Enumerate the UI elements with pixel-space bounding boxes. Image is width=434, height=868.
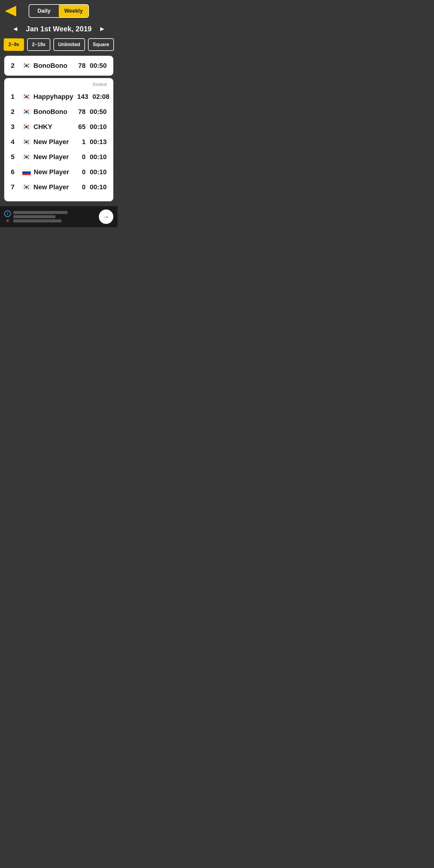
- player-time: 00:10: [89, 168, 107, 176]
- current-rank-score: 78: [73, 62, 86, 70]
- player-score: 0: [73, 168, 86, 176]
- back-button[interactable]: [5, 6, 18, 17]
- ad-bar-3: [13, 219, 61, 222]
- table-row: 3 🇰🇷 CHKY 65 00:10: [11, 119, 107, 134]
- player-flag: 🇰🇷: [22, 124, 30, 130]
- table-row: 2 🇰🇷 BonoBono 78 00:50: [11, 104, 107, 119]
- ad-banner: i ✕ →: [0, 206, 118, 227]
- next-date-button[interactable]: ►: [96, 24, 108, 34]
- table-row: 6 New Player 0 00:10: [11, 164, 107, 180]
- player-score: 143: [76, 93, 88, 101]
- filter-2-19x[interactable]: 2~19x: [27, 38, 50, 51]
- player-time: 02:08: [91, 93, 110, 101]
- player-name: New Player: [33, 183, 70, 191]
- player-score: 65: [73, 123, 86, 131]
- player-flag-russia: [22, 169, 31, 175]
- player-time: 00:10: [89, 123, 107, 131]
- rank-number: 1: [11, 93, 19, 101]
- player-name: Happyhappy: [33, 93, 73, 101]
- player-name: CHKY: [33, 123, 70, 131]
- player-score: 78: [73, 108, 86, 116]
- player-flag: 🇰🇷: [22, 93, 30, 100]
- current-rank-card: 2 🇰🇷 BonoBono 78 00:50: [4, 56, 113, 76]
- tab-weekly[interactable]: Weekly: [59, 5, 88, 17]
- player-name: New Player: [33, 153, 70, 161]
- tab-daily[interactable]: Daily: [29, 5, 59, 17]
- header: Daily Weekly: [0, 0, 118, 21]
- player-name: BonoBono: [33, 108, 70, 116]
- rank-number: 6: [11, 168, 19, 176]
- player-score: 0: [73, 153, 86, 161]
- filter-row: 2~9x 2~19x Unlimited Square: [0, 38, 118, 56]
- current-rank-number: 2: [11, 62, 19, 70]
- player-name: New Player: [33, 138, 70, 146]
- table-row: 4 🇰🇷 New Player 1 00:13: [11, 134, 107, 150]
- rank-number: 7: [11, 183, 19, 191]
- filter-unlimited[interactable]: Unlimited: [53, 38, 85, 51]
- current-rank-time: 00:50: [89, 62, 107, 70]
- leaderboard-card: Ended 1 🇰🇷 Happyhappy 143 02:08 2 🇰🇷 Bon…: [4, 78, 113, 201]
- filter-2-9x[interactable]: 2~9x: [4, 38, 24, 51]
- table-row: 5 🇰🇷 New Player 0 00:10: [11, 150, 107, 164]
- player-flag: 🇰🇷: [22, 108, 30, 115]
- player-time: 00:10: [89, 183, 107, 191]
- ad-info-icon: i: [4, 210, 11, 217]
- rank-number: 4: [11, 138, 19, 146]
- leaderboard-status: Ended: [11, 82, 107, 87]
- player-time: 00:50: [89, 108, 107, 116]
- player-flag: 🇰🇷: [22, 138, 30, 145]
- ad-next-button[interactable]: →: [99, 210, 113, 224]
- table-row: 1 🇰🇷 Happyhappy 143 02:08: [11, 89, 107, 104]
- rank-number: 2: [11, 108, 19, 116]
- player-name: New Player: [34, 168, 70, 176]
- player-time: 00:13: [89, 138, 107, 146]
- player-flag: 🇰🇷: [22, 184, 30, 190]
- ad-bar-1: [13, 211, 67, 214]
- table-row: 7 🇰🇷 New Player 0 00:10: [11, 180, 107, 195]
- prev-date-button[interactable]: ◄: [10, 24, 21, 34]
- ad-close-icon[interactable]: ✕: [6, 218, 9, 223]
- current-rank-flag: 🇰🇷: [22, 62, 30, 69]
- ad-content: i ✕: [4, 210, 67, 223]
- back-arrow-icon: [5, 6, 16, 17]
- ad-bar-2: [13, 215, 56, 218]
- rank-number: 5: [11, 153, 19, 161]
- player-score: 1: [73, 138, 86, 146]
- current-rank-name: BonoBono: [33, 62, 70, 70]
- player-score: 0: [73, 183, 86, 191]
- player-time: 00:10: [89, 153, 107, 161]
- ad-placeholder: [13, 211, 67, 222]
- tab-container: Daily Weekly: [29, 4, 89, 18]
- date-label: Jan 1st Week, 2019: [26, 25, 92, 33]
- date-navigation: ◄ Jan 1st Week, 2019 ►: [0, 21, 118, 38]
- player-flag: 🇰🇷: [22, 154, 30, 160]
- filter-square[interactable]: Square: [88, 38, 114, 51]
- rank-number: 3: [11, 123, 19, 131]
